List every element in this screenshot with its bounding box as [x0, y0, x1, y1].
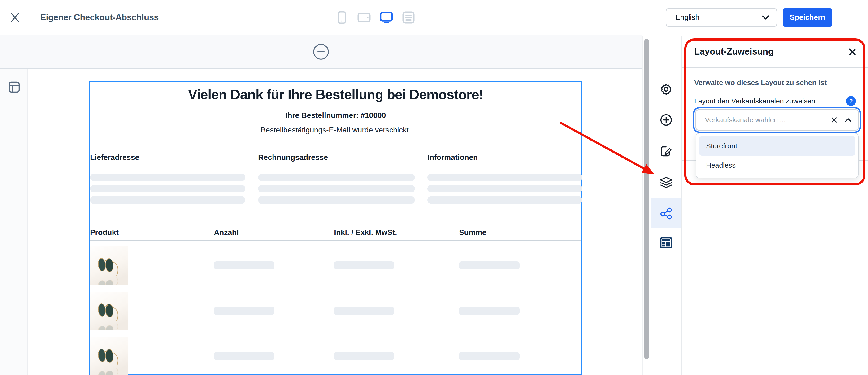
language-select[interactable]: English [665, 8, 777, 27]
layout-panel-icon [8, 81, 20, 93]
panel-description: Verwalte wo dieses Layout zu sehen ist [694, 79, 827, 87]
placeholder-bar [214, 307, 274, 315]
layers-icon [659, 176, 673, 189]
placeholder-bar [334, 307, 394, 315]
address-column-title: Lieferadresse [90, 153, 245, 167]
panel-title: Layout-Zuweisung [694, 46, 848, 57]
placeholder-bar [258, 174, 415, 181]
panel-header: Layout-Zuweisung [682, 36, 868, 67]
placeholder-bar [427, 185, 582, 193]
placeholder-bar [90, 185, 245, 193]
sidebar-toolbar [651, 36, 681, 375]
settings-tool-button[interactable] [651, 74, 681, 104]
chevron-down-icon [762, 15, 769, 20]
layout-assignment-tool-button[interactable] [651, 198, 681, 228]
edit-icon [660, 144, 673, 157]
settings-icon [660, 83, 672, 95]
placeholder-bar [90, 196, 245, 204]
selected-section-preview[interactable]: Vielen Dank für Ihre Bestellung bei Demo… [89, 81, 582, 375]
preview-heading: Vielen Dank für Ihre Bestellung bei Demo… [90, 87, 581, 102]
table-divider [90, 240, 581, 241]
add-block-tool-button[interactable] [651, 105, 681, 135]
placeholder-bar [427, 196, 582, 204]
layout-assignment-panel: Layout-Zuweisung Verwalte wo dieses Layo… [681, 36, 868, 375]
layout-grid-icon [660, 237, 672, 249]
topbar: Eigener Checkout-Abschluss [0, 0, 868, 35]
form-preview-button[interactable] [402, 11, 415, 24]
preview-email-notice: Bestellbestätigungs-E-Mail wurde verschi… [90, 126, 581, 134]
clear-selection-icon[interactable] [831, 117, 838, 123]
save-button[interactable]: Speichern [783, 8, 832, 27]
close-icon [9, 12, 20, 23]
address-column: Informationen [427, 153, 582, 204]
placeholder-bar [334, 262, 394, 269]
product-image [90, 337, 128, 375]
panel-header-divider [682, 67, 868, 68]
product-row [90, 337, 581, 375]
close-editor-button[interactable] [0, 0, 30, 35]
tablet-preview-button[interactable] [358, 11, 371, 24]
product-row [90, 246, 581, 284]
product-image [90, 292, 128, 330]
form-icon [402, 11, 414, 24]
page-title: Eigener Checkout-Abschluss [40, 0, 159, 35]
mobile-icon [338, 11, 346, 24]
chevron-up-icon[interactable] [845, 117, 852, 122]
address-column: Lieferadresse [90, 153, 245, 204]
placeholder-bar [90, 174, 245, 181]
address-column: Rechnungsadresse [258, 153, 415, 204]
left-rail [0, 69, 28, 375]
placeholder-bar [427, 174, 582, 181]
desktop-preview-button[interactable] [380, 11, 393, 24]
scrollbar-thumb[interactable] [644, 39, 649, 360]
circle-plus-icon [660, 113, 673, 126]
placeholder-bar [214, 262, 274, 269]
edit-tool-button[interactable] [651, 136, 681, 166]
sidebar-toggle-button[interactable] [8, 81, 20, 94]
panel-close-icon[interactable] [848, 47, 857, 56]
sales-channel-select-placeholder: Verkaufskanäle wählen ... [705, 116, 831, 124]
plus-icon [317, 48, 325, 56]
placeholder-bar [459, 352, 520, 360]
table-header-mwst: Inkl. / Exkl. MwSt. [334, 228, 397, 237]
sales-channel-dropdown: Storefront Headless [696, 133, 859, 178]
mobile-preview-button[interactable] [335, 11, 348, 24]
placeholder-bar [459, 262, 520, 269]
block-overview-tool-button[interactable] [651, 228, 681, 258]
placeholder-bar [334, 352, 394, 360]
product-image [90, 246, 128, 284]
desktop-icon [380, 11, 393, 24]
add-section-button[interactable] [313, 44, 329, 60]
table-header-produkt: Produkt [90, 228, 119, 237]
share-icon [660, 207, 673, 219]
placeholder-bar [459, 307, 520, 315]
tablet-icon [358, 12, 371, 23]
address-column-title: Informationen [427, 153, 582, 167]
dropdown-option-storefront[interactable]: Storefront [699, 136, 855, 156]
address-column-title: Rechnungsadresse [258, 153, 415, 167]
language-select-value: English [675, 13, 762, 22]
sales-channel-field-label: Layout den Verkaufskanälen zuweisen [694, 97, 846, 105]
table-header-anzahl: Anzahl [214, 228, 239, 237]
placeholder-bar [258, 185, 415, 193]
table-header-summe: Summe [459, 228, 487, 237]
device-preview-switcher [335, 0, 415, 35]
dropdown-option-headless[interactable]: Headless [699, 156, 855, 175]
sales-channel-select[interactable]: Verkaufskanäle wählen ... [695, 109, 859, 131]
product-row [90, 292, 581, 330]
placeholder-bar [214, 352, 274, 360]
placeholder-bar [258, 196, 415, 204]
preview-order-number: Ihre Bestellnummer: #10000 [90, 111, 581, 120]
help-icon[interactable]: ? [846, 96, 856, 106]
layers-tool-button[interactable] [651, 167, 681, 198]
